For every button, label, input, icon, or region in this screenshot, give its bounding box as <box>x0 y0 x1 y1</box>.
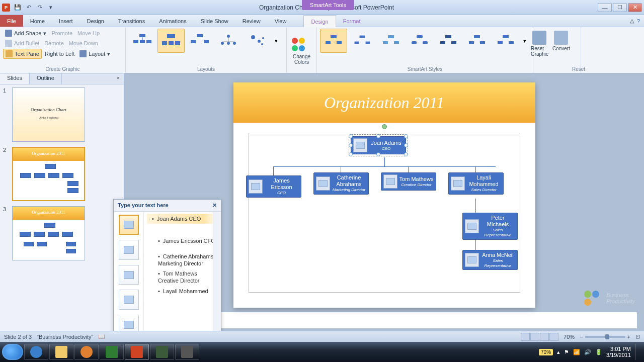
add-bullet-button[interactable]: Add Bullet <box>3 39 41 48</box>
layout-option[interactable] <box>129 29 156 53</box>
slide-thumbnail-3[interactable]: Organization 2011 <box>12 206 85 260</box>
battery-indicator[interactable]: 70% <box>539 349 553 355</box>
text-pane-button[interactable]: Text Pane <box>3 49 42 59</box>
styles-more-button[interactable]: ▾ <box>521 29 529 53</box>
panel-tab-outline[interactable]: Outline <box>30 73 62 84</box>
tray-power-icon[interactable]: 🔋 <box>595 349 602 355</box>
text-pane-item[interactable]: Catherine Abrahams Marketing Director <box>147 251 218 269</box>
text-pane-picture[interactable] <box>119 290 139 310</box>
layout-option[interactable] <box>244 29 271 53</box>
add-shape-button[interactable]: Add Shape ▾ <box>3 29 48 38</box>
close-button[interactable]: ✕ <box>628 3 642 12</box>
tab-transitions[interactable]: Transitions <box>111 15 152 27</box>
tray-icon[interactable]: ▴ <box>557 349 560 355</box>
layout-button[interactable]: Layout ▾ <box>77 49 112 59</box>
layouts-more-button[interactable]: ▾ <box>272 29 280 53</box>
view-slideshow-button[interactable] <box>549 333 558 341</box>
convert-button[interactable]: Convert <box>550 29 572 72</box>
maximize-button[interactable]: ☐ <box>613 3 627 12</box>
text-pane-item[interactable]: James Ericsson CFO <box>147 236 218 246</box>
taskbar-item-explorer[interactable] <box>49 344 73 360</box>
minimize-ribbon-icon[interactable]: △ <box>630 18 634 24</box>
tab-slideshow[interactable]: Slide Show <box>194 15 235 27</box>
view-reading-button[interactable] <box>540 333 549 341</box>
promote-button[interactable]: Promote <box>49 29 74 38</box>
layout-option-selected[interactable] <box>157 29 185 53</box>
qat-save-icon[interactable]: 💾 <box>13 3 22 12</box>
move-down-button[interactable]: Move Down <box>67 39 100 48</box>
org-node[interactable]: Tom MathewsCreative Director <box>381 172 436 191</box>
text-pane-picture[interactable] <box>119 265 139 285</box>
org-node[interactable]: Layali MohammedSales Director <box>448 172 504 195</box>
style-option[interactable] <box>406 29 433 53</box>
taskbar-item-app[interactable] <box>175 344 199 360</box>
text-pane-item[interactable]: Tom Mathews Creative Director <box>147 268 218 286</box>
fit-window-button[interactable]: ⊡ <box>635 333 640 340</box>
zoom-slider[interactable]: − + <box>580 334 630 340</box>
view-sorter-button[interactable] <box>530 333 539 341</box>
style-option[interactable] <box>377 29 405 53</box>
smartart-container[interactable]: Joan AdamsCEO James EricssonCFO Catherin… <box>249 133 520 293</box>
tray-clock[interactable]: 3:01 PM3/19/2011 <box>606 346 631 358</box>
taskbar-item-app[interactable] <box>150 344 174 360</box>
show-desktop-button[interactable] <box>635 344 639 360</box>
tab-design[interactable]: Design <box>80 15 111 27</box>
text-pane-picture[interactable] <box>119 315 139 331</box>
demote-button[interactable]: Demote <box>42 39 66 48</box>
reset-graphic-button[interactable]: Reset Graphic <box>529 29 550 72</box>
view-normal-button[interactable] <box>521 333 530 341</box>
slide-thumbnail-1[interactable]: Organization Chart Ulrika Hedlund <box>12 87 85 142</box>
text-pane-list[interactable]: Joan Adams CEO James Ericsson CFO Cather… <box>144 212 221 331</box>
taskbar-item-ie[interactable] <box>24 344 48 360</box>
zoom-level[interactable]: 70% <box>564 334 575 340</box>
help-icon[interactable]: ? <box>637 18 640 24</box>
text-pane-close-icon[interactable]: ✕ <box>212 202 217 209</box>
change-colors-button[interactable]: Change Colors <box>290 36 313 65</box>
style-option[interactable] <box>463 29 491 53</box>
slide[interactable]: Organization 2011 <box>233 82 535 308</box>
zoom-out-button[interactable]: − <box>580 334 583 340</box>
tray-volume-icon[interactable]: 🔊 <box>584 349 591 355</box>
tab-smartart-format[interactable]: Format <box>336 15 368 27</box>
scrollbar[interactable] <box>213 212 221 331</box>
layout-option[interactable] <box>215 29 242 53</box>
tab-file[interactable]: File <box>0 15 23 27</box>
taskbar-item-excel[interactable] <box>100 344 124 360</box>
qat-redo-icon[interactable]: ↷ <box>35 3 44 12</box>
rtl-button[interactable]: Right to Left <box>43 49 76 59</box>
style-option[interactable] <box>435 29 462 53</box>
text-pane-item[interactable]: Layali Mohammed <box>147 286 218 296</box>
taskbar-item-powerpoint[interactable] <box>125 344 149 360</box>
minimize-button[interactable]: — <box>598 3 612 12</box>
qat-dropdown-icon[interactable]: ▾ <box>46 3 55 12</box>
layout-option[interactable] <box>186 29 213 53</box>
tab-smartart-design[interactable]: Design <box>303 15 336 27</box>
text-pane-picture[interactable] <box>119 215 139 235</box>
spellcheck-icon[interactable]: 📖 <box>98 333 105 340</box>
tray-network-icon[interactable]: 📶 <box>573 349 580 355</box>
move-up-button[interactable]: Move Up <box>75 29 102 38</box>
org-node[interactable]: Peter MichaelsSales Representative <box>462 213 518 240</box>
tab-insert[interactable]: Insert <box>52 15 80 27</box>
slide-thumbnail-2[interactable]: Organization 2011 <box>12 147 85 201</box>
panel-tab-slides[interactable]: Slides <box>0 73 30 84</box>
smartart-text-pane[interactable]: Type your text here✕ Joan Adams CEO Jame… <box>113 199 221 331</box>
style-option-selected[interactable] <box>320 29 347 53</box>
text-pane-item[interactable]: Joan Adams CEO <box>147 214 218 224</box>
start-button[interactable] <box>2 344 23 360</box>
style-option[interactable] <box>492 29 519 53</box>
slide-title[interactable]: Organization 2011 <box>324 94 444 112</box>
panel-close-button[interactable]: × <box>113 73 124 84</box>
org-node[interactable]: James EricssonCFO <box>246 175 301 198</box>
tab-review[interactable]: Review <box>235 15 268 27</box>
tab-animations[interactable]: Animations <box>152 15 193 27</box>
text-pane-picture[interactable] <box>119 240 139 260</box>
tray-flag-icon[interactable]: ⚑ <box>564 349 569 355</box>
org-node[interactable]: Anna McNeilSales Representative <box>462 250 518 270</box>
style-option[interactable] <box>349 29 376 53</box>
zoom-in-button[interactable]: + <box>627 334 630 340</box>
tab-home[interactable]: Home <box>23 15 52 27</box>
qat-undo-icon[interactable]: ↶ <box>24 3 33 12</box>
org-node-ceo[interactable]: Joan AdamsCEO <box>351 136 406 154</box>
rotation-handle-icon[interactable] <box>382 124 387 129</box>
